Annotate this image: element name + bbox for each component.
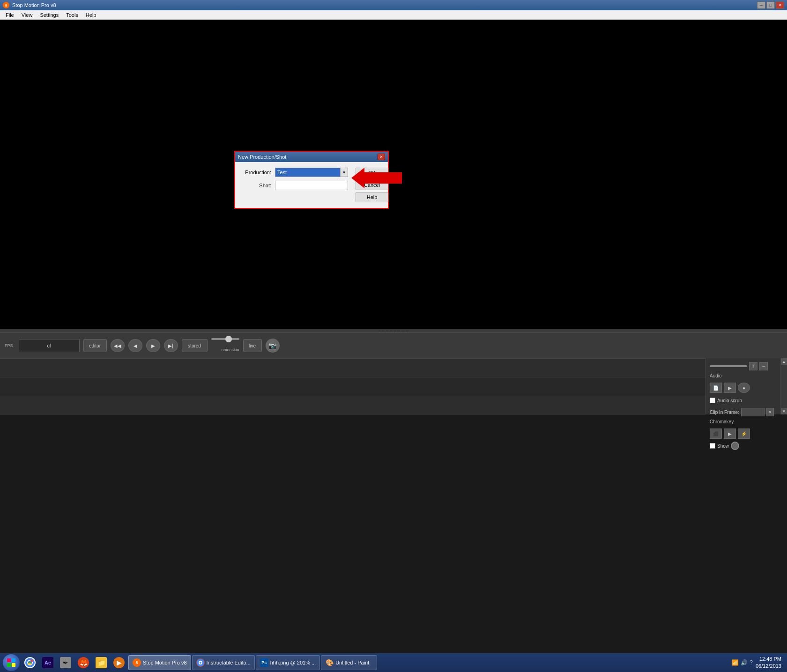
- scroll-down-button[interactable]: ▼: [781, 408, 787, 414]
- clip-in-frame-input[interactable]: [741, 408, 765, 416]
- menu-help[interactable]: Help: [82, 11, 100, 19]
- shot-input-wrap: [275, 181, 348, 190]
- pen-icon: ✒: [60, 657, 71, 668]
- question-tray-icon: ?: [750, 659, 753, 666]
- timeline-scrollbar: ▲ ▼: [780, 358, 787, 414]
- audio-btn-1[interactable]: 📄: [710, 383, 722, 393]
- ae-icon: Ae: [42, 657, 53, 668]
- taskbar-instructable-window[interactable]: Instructable Edito...: [192, 655, 255, 670]
- start-button[interactable]: [2, 654, 21, 671]
- tray-icons: 📶 🔊 ?: [732, 659, 753, 666]
- instructable-taskbar-icon: [196, 658, 205, 667]
- taskbar-chrome-app[interactable]: [22, 655, 38, 670]
- shot-input[interactable]: [275, 181, 348, 190]
- scroll-up-button[interactable]: ▲: [781, 358, 787, 365]
- paint-taskbar-icon: 🎨: [325, 658, 334, 667]
- title-bar: 8 Stop Motion Pro v8 ─ □ ✕: [0, 0, 787, 10]
- audio-section-label: Audio: [710, 373, 777, 378]
- separator-bar: · · · · · · ·: [0, 329, 787, 332]
- taskbar: Ae ✒ 🦊 📁 ▶ 8 Stop Motion Pro v8 Instruct…: [0, 653, 787, 672]
- chroma-color-picker[interactable]: [731, 442, 739, 450]
- fps-label: FPS: [5, 343, 13, 348]
- arrow-body: [364, 172, 402, 184]
- chrome-icon: [24, 657, 36, 668]
- fps-display: cl: [19, 339, 80, 352]
- chromakey-controls-row: ⬛ ▶ ⚡: [710, 428, 777, 439]
- onionskin-label: onionskin: [221, 347, 239, 352]
- taskbar-media-app[interactable]: ▶: [111, 655, 127, 670]
- dialog-titlebar: New Production/Shot ✕: [235, 152, 388, 162]
- ps-taskbar-icon: Ps: [260, 658, 268, 667]
- menu-file[interactable]: File: [2, 11, 18, 19]
- red-arrow-annotation: [351, 168, 402, 188]
- maximize-button[interactable]: □: [766, 1, 775, 9]
- fps-value: cl: [47, 343, 51, 348]
- taskbar-pen-app[interactable]: ✒: [57, 655, 74, 670]
- production-dropdown-arrow[interactable]: ▼: [341, 168, 348, 177]
- step-forward-button[interactable]: ▶|: [164, 339, 178, 352]
- separator-dots: · · · · · · ·: [381, 329, 407, 333]
- shot-row: Shot:: [241, 181, 348, 190]
- zoom-slider[interactable]: [710, 365, 747, 367]
- taskbar-ae-app[interactable]: Ae: [39, 655, 56, 670]
- production-input[interactable]: [275, 168, 341, 177]
- start-orb: [3, 654, 20, 671]
- editor-label: editor: [89, 343, 101, 348]
- onionskin-slider[interactable]: [211, 338, 239, 340]
- chroma-btn-2[interactable]: ▶: [724, 428, 736, 439]
- stored-button[interactable]: stored: [182, 339, 208, 352]
- minimize-button[interactable]: ─: [757, 1, 765, 9]
- timeline-row-2: [0, 377, 705, 396]
- chromakey-show-checkbox[interactable]: [710, 443, 715, 449]
- bottom-controls-bar: FPS cl editor ◀◀ ◀ ▶ ▶| stored onionskin…: [0, 332, 787, 358]
- svg-rect-0: [7, 658, 11, 662]
- system-clock[interactable]: 12:48 PM 06/12/2013: [756, 656, 781, 670]
- network-tray-icon: 📶: [732, 659, 739, 666]
- menu-view[interactable]: View: [18, 11, 37, 19]
- svg-rect-3: [12, 663, 15, 667]
- zoom-out-button[interactable]: −: [759, 362, 768, 370]
- production-row: Production: ▼: [241, 168, 348, 177]
- audio-controls-row: 📄 ▶ ●: [710, 383, 777, 393]
- shot-label: Shot:: [241, 183, 271, 188]
- instructable-taskbar-label: Instructable Edito...: [207, 660, 251, 665]
- close-button[interactable]: ✕: [776, 1, 784, 9]
- speaker-tray-icon: 🔊: [741, 659, 748, 666]
- zoom-in-button[interactable]: +: [749, 362, 757, 370]
- audio-btn-2[interactable]: ▶: [724, 383, 736, 393]
- scroll-track: [781, 365, 787, 408]
- play-button[interactable]: ▶: [146, 339, 160, 352]
- editor-button[interactable]: editor: [83, 339, 107, 352]
- onionskin-slider-wrap: [211, 338, 239, 340]
- media-icon: ▶: [113, 657, 125, 668]
- taskbar-firefox-app[interactable]: 🦊: [75, 655, 92, 670]
- svg-point-9: [200, 662, 201, 664]
- taskbar-photoshop-window[interactable]: Ps hhh.png @ 201% ...: [256, 655, 320, 670]
- menu-tools[interactable]: Tools: [62, 11, 82, 19]
- live-button[interactable]: live: [243, 339, 262, 352]
- step-back-button[interactable]: ◀: [128, 339, 142, 352]
- svg-rect-2: [7, 663, 11, 667]
- slider-thumb[interactable]: [225, 336, 232, 342]
- camera-button[interactable]: 📷: [266, 339, 280, 353]
- explorer-icon: 📁: [96, 657, 107, 668]
- menu-settings[interactable]: Settings: [36, 11, 62, 19]
- live-label: live: [249, 343, 256, 348]
- app-title: Stop Motion Pro v8: [12, 2, 56, 8]
- help-button[interactable]: Help: [356, 192, 388, 202]
- audio-btn-3[interactable]: ●: [738, 383, 750, 393]
- dialog-close-button[interactable]: ✕: [378, 154, 385, 160]
- rewind-button[interactable]: ◀◀: [111, 339, 125, 352]
- taskbar-stopmotion-window[interactable]: 8 Stop Motion Pro v8: [128, 655, 191, 670]
- production-input-wrap: ▼: [275, 168, 348, 177]
- taskbar-explorer-app[interactable]: 📁: [93, 655, 110, 670]
- clip-in-frame-stepper[interactable]: ▼: [766, 408, 774, 416]
- audio-scrub-checkbox[interactable]: [710, 398, 715, 403]
- stopmotion-taskbar-label: Stop Motion Pro v8: [143, 660, 187, 665]
- chroma-btn-1[interactable]: ⬛: [710, 428, 722, 439]
- taskbar-paint-window[interactable]: 🎨 Untitled - Paint: [321, 655, 377, 670]
- chromakey-show-label: Show: [717, 443, 729, 449]
- chroma-btn-3[interactable]: ⚡: [738, 428, 750, 439]
- title-bar-controls: ─ □ ✕: [757, 1, 784, 9]
- main-viewport: New Production/Shot ✕ Production: ▼ Shot…: [0, 20, 787, 329]
